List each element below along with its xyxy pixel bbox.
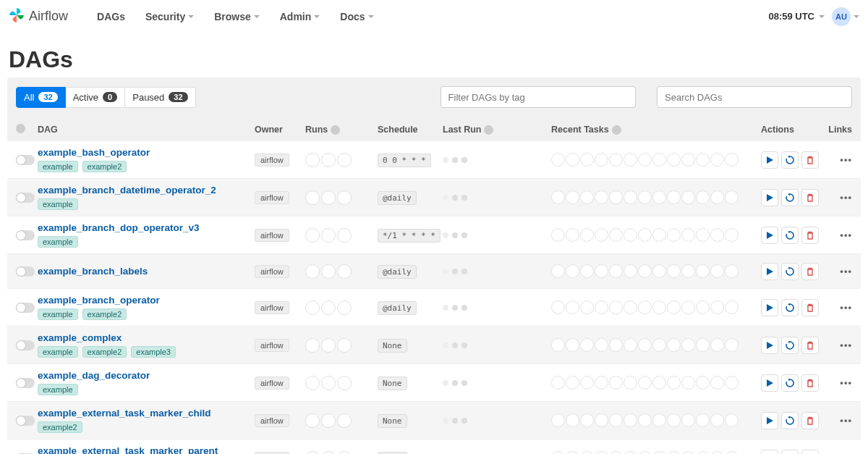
- owner-badge[interactable]: airflow: [255, 154, 289, 167]
- pause-toggle[interactable]: [16, 193, 35, 203]
- dag-tag[interactable]: example: [38, 384, 78, 395]
- delete-button[interactable]: [801, 151, 819, 169]
- owner-badge[interactable]: airflow: [255, 339, 289, 352]
- trigger-button[interactable]: [761, 263, 778, 280]
- dag-tag[interactable]: example2: [82, 308, 127, 320]
- delete-button[interactable]: [801, 374, 819, 392]
- dag-link[interactable]: example_dag_decorator: [38, 370, 255, 381]
- owner-badge[interactable]: airflow: [255, 265, 289, 278]
- dag-tag[interactable]: example3: [131, 346, 176, 358]
- col-recent-tasks[interactable]: Recent Tasks: [551, 125, 761, 135]
- dag-link[interactable]: example_bash_operator: [38, 147, 255, 158]
- nav-item-browse[interactable]: Browse: [204, 2, 270, 31]
- owner-badge[interactable]: airflow: [255, 191, 289, 204]
- tag-filter-input[interactable]: [441, 86, 636, 108]
- delete-button[interactable]: [801, 189, 819, 206]
- nav-item-docs[interactable]: Docs: [330, 2, 383, 31]
- links-menu-icon[interactable]: •••: [840, 340, 852, 350]
- status-tab-all[interactable]: All32: [16, 87, 66, 108]
- schedule-badge[interactable]: 0 0 * * *: [378, 154, 431, 167]
- refresh-button[interactable]: [781, 374, 799, 392]
- delete-button[interactable]: [801, 263, 819, 280]
- schedule-badge[interactable]: @daily: [378, 265, 417, 279]
- brand-logo[interactable]: Airflow: [9, 7, 68, 25]
- nav-item-dags[interactable]: DAGs: [87, 2, 135, 31]
- run-status-circles: [305, 376, 378, 390]
- dag-link[interactable]: example_external_task_marker_parent: [38, 445, 255, 454]
- trigger-button[interactable]: [761, 227, 778, 244]
- schedule-badge[interactable]: None: [378, 414, 407, 428]
- dag-tag[interactable]: example: [38, 198, 78, 210]
- dag-tag[interactable]: example: [38, 161, 78, 172]
- owner-badge[interactable]: airflow: [255, 377, 289, 390]
- schedule-badge[interactable]: @daily: [378, 301, 417, 315]
- col-owner[interactable]: Owner: [255, 125, 305, 135]
- owner-badge[interactable]: airflow: [255, 301, 289, 314]
- refresh-button[interactable]: [781, 263, 799, 280]
- refresh-button[interactable]: [781, 450, 799, 455]
- pause-toggle[interactable]: [16, 266, 35, 277]
- nav-item-security[interactable]: Security: [135, 2, 204, 31]
- dag-link[interactable]: example_branch_operator: [38, 295, 255, 306]
- schedule-badge[interactable]: None: [378, 339, 407, 353]
- links-menu-icon[interactable]: •••: [840, 154, 852, 165]
- links-menu-icon[interactable]: •••: [840, 377, 852, 388]
- col-last-run[interactable]: Last Run: [443, 125, 551, 135]
- links-menu-icon[interactable]: •••: [840, 230, 852, 240]
- dag-tag[interactable]: example2: [38, 421, 82, 433]
- links-menu-icon[interactable]: •••: [840, 266, 852, 277]
- dag-link[interactable]: example_external_task_marker_child: [38, 408, 255, 419]
- schedule-badge[interactable]: None: [378, 377, 407, 390]
- pause-toggle[interactable]: [16, 340, 35, 350]
- task-circle: [667, 264, 681, 278]
- links-menu-icon[interactable]: •••: [840, 415, 852, 426]
- schedule-badge[interactable]: @daily: [378, 191, 417, 205]
- trigger-button[interactable]: [761, 151, 778, 169]
- owner-badge[interactable]: airflow: [255, 229, 289, 242]
- links-menu-icon[interactable]: •••: [840, 302, 852, 313]
- pause-toggle[interactable]: [16, 230, 35, 240]
- refresh-button[interactable]: [781, 189, 799, 206]
- trigger-button[interactable]: [761, 374, 778, 392]
- trigger-button[interactable]: [761, 337, 778, 354]
- trigger-button[interactable]: [761, 189, 778, 206]
- pause-toggle[interactable]: [16, 416, 35, 426]
- trigger-button[interactable]: [761, 412, 778, 429]
- delete-button[interactable]: [801, 412, 819, 429]
- dag-tag[interactable]: example: [38, 236, 78, 248]
- dag-link[interactable]: example_branch_datetime_operator_2: [38, 185, 255, 196]
- col-schedule[interactable]: Schedule: [378, 125, 443, 135]
- links-menu-icon[interactable]: •••: [840, 192, 852, 203]
- user-menu[interactable]: AU: [832, 7, 859, 26]
- dag-tag[interactable]: example: [38, 346, 78, 358]
- dag-tag[interactable]: example: [38, 308, 78, 320]
- pause-toggle[interactable]: [16, 378, 35, 388]
- refresh-button[interactable]: [781, 151, 799, 169]
- pause-toggle[interactable]: [16, 303, 35, 313]
- delete-button[interactable]: [801, 337, 819, 354]
- refresh-button[interactable]: [781, 299, 799, 316]
- refresh-button[interactable]: [781, 412, 799, 429]
- status-tab-active[interactable]: Active0: [66, 87, 126, 108]
- dag-link[interactable]: example_branch_dop_operator_v3: [38, 222, 255, 233]
- clock[interactable]: 08:59 UTC: [768, 11, 825, 22]
- refresh-button[interactable]: [781, 337, 799, 354]
- dag-tag[interactable]: example2: [82, 161, 127, 172]
- pause-toggle[interactable]: [16, 155, 35, 165]
- delete-button[interactable]: [801, 227, 819, 244]
- dag-link[interactable]: example_complex: [38, 332, 255, 343]
- owner-badge[interactable]: airflow: [255, 414, 289, 427]
- refresh-button[interactable]: [781, 227, 799, 244]
- col-dag[interactable]: DAG: [38, 125, 255, 135]
- delete-button[interactable]: [801, 299, 819, 316]
- dag-link[interactable]: example_branch_labels: [38, 266, 255, 277]
- delete-button[interactable]: [801, 450, 819, 455]
- schedule-badge[interactable]: */1 * * * *: [378, 229, 441, 243]
- nav-item-admin[interactable]: Admin: [270, 2, 331, 31]
- search-input[interactable]: [657, 86, 852, 108]
- trigger-button[interactable]: [761, 450, 778, 455]
- dag-tag[interactable]: example2: [82, 346, 127, 358]
- status-tab-paused[interactable]: Paused32: [125, 87, 195, 108]
- col-runs[interactable]: Runs: [305, 125, 378, 135]
- trigger-button[interactable]: [761, 299, 778, 316]
